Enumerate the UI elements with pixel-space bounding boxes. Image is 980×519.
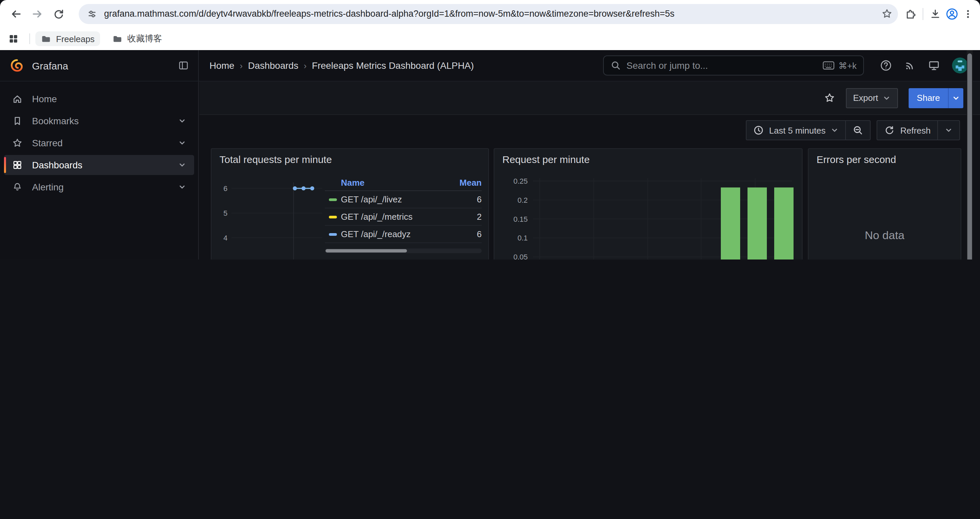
search-input[interactable]: Search or jump to... ⌘+k — [603, 56, 864, 75]
kiosk-monitor-icon[interactable] — [928, 59, 940, 72]
bookmark-item-blog[interactable]: 收藏博客 — [107, 31, 167, 47]
scrollbar-thumb[interactable] — [326, 249, 407, 252]
bookmark-item-freeleaps[interactable]: Freeleaps — [35, 31, 100, 46]
downloads-icon[interactable] — [929, 8, 941, 20]
svg-text:0.15: 0.15 — [513, 215, 528, 224]
legend-row[interactable]: GET /api/_/readyz 6 — [325, 226, 482, 243]
help-icon[interactable] — [880, 59, 892, 72]
sidebar-item-label: Starred — [32, 137, 63, 148]
panel-errors-per-second: Errors per second No data — [808, 148, 961, 260]
refresh-label: Refresh — [900, 125, 931, 135]
series-mean: 6 — [448, 229, 482, 239]
site-info-icon[interactable] — [87, 8, 97, 19]
rss-icon[interactable] — [904, 59, 916, 72]
chevron-down-icon[interactable] — [178, 139, 186, 147]
profile-icon[interactable] — [945, 7, 959, 21]
chevron-down-icon[interactable] — [178, 117, 186, 125]
chevron-down-icon — [883, 94, 891, 102]
refresh-group: Refresh — [877, 120, 960, 140]
chevron-down-icon — [952, 94, 960, 102]
time-range-picker[interactable]: Last 5 minutes — [746, 121, 846, 140]
sidebar-item-starred[interactable]: Starred — [4, 133, 194, 153]
series-color-swatch — [329, 198, 337, 201]
refresh-icon — [884, 125, 895, 136]
zoom-out-button[interactable] — [846, 121, 870, 140]
dashboards-grid-icon — [12, 160, 23, 170]
page-scrollbar[interactable] — [967, 50, 973, 260]
panel-title[interactable]: Errors per second — [808, 149, 961, 165]
search-placeholder: Search or jump to... — [627, 60, 708, 71]
refresh-interval-button[interactable] — [937, 121, 959, 140]
legend-col-mean[interactable]: Mean — [448, 177, 482, 187]
chevron-down-icon[interactable] — [178, 183, 186, 191]
grafana-logo[interactable] — [10, 58, 24, 73]
keyboard-icon — [822, 61, 835, 70]
chevron-down-icon — [831, 126, 839, 134]
legend-col-name[interactable]: Name — [341, 177, 448, 187]
bookmark-star-icon[interactable] — [881, 8, 892, 19]
header-left: Grafana — [0, 50, 199, 81]
scrollbar-thumb[interactable] — [967, 53, 972, 260]
legend-hscrollbar[interactable] — [325, 249, 482, 253]
toolbar-divider — [923, 8, 923, 20]
sidebar-item-dashboards[interactable]: Dashboards — [4, 155, 194, 175]
header-main: Home › Dashboards › Freeleaps Metrics Da… — [199, 50, 980, 81]
refresh-button[interactable]: Refresh — [878, 121, 937, 140]
breadcrumb-home[interactable]: Home — [210, 60, 234, 71]
back-button[interactable] — [7, 4, 25, 23]
collapse-pane-icon[interactable] — [178, 60, 189, 71]
folder-icon — [112, 34, 123, 44]
reload-button[interactable] — [49, 4, 68, 23]
bookmark-label: 收藏博客 — [127, 33, 162, 45]
line-chart: 6543217:40 — [212, 165, 325, 260]
svg-text:0.25: 0.25 — [513, 177, 528, 185]
series-name: GET /api/_/metrics — [341, 212, 448, 222]
svg-text:0.1: 0.1 — [517, 234, 528, 242]
url-text[interactable]: grafana.mathmast.com/d/deytv4rwavabkb/fr… — [104, 9, 881, 19]
svg-text:4: 4 — [223, 234, 228, 242]
series-mean: 2 — [448, 212, 482, 222]
legend-row[interactable]: GET /api/_/metrics 2 — [325, 208, 482, 226]
back-icon — [10, 8, 22, 20]
breadcrumb-separator: › — [240, 61, 243, 70]
favorite-star-icon[interactable] — [824, 92, 835, 104]
share-label: Share — [917, 93, 940, 103]
svg-text:5: 5 — [223, 209, 228, 217]
bookmark-icon — [12, 115, 23, 126]
url-bar[interactable]: grafana.mathmast.com/d/deytv4rwavabkb/fr… — [79, 4, 898, 24]
shortcut-text: ⌘+k — [838, 61, 857, 70]
bell-icon — [12, 182, 23, 192]
apps-grid-icon[interactable] — [8, 34, 19, 44]
series-mean: 6 — [448, 194, 482, 204]
share-button[interactable]: Share — [909, 88, 948, 108]
sidebar-item-label: Dashboards — [32, 160, 83, 170]
chevron-down-icon[interactable] — [178, 161, 186, 169]
breadcrumb-dashboards[interactable]: Dashboards — [248, 60, 298, 71]
browser-actions — [905, 7, 973, 21]
legend-row[interactable]: GET /api/_/livez 6 — [325, 191, 482, 208]
legend-table: Name Mean GET /api/_/livez 6 GET /api/_/… — [325, 174, 482, 260]
browser-menu-icon[interactable] — [963, 8, 973, 19]
sidebar-item-bookmarks[interactable]: Bookmarks — [4, 111, 194, 131]
forward-button[interactable] — [28, 4, 47, 23]
dashboard-toolbar: Export Share — [199, 81, 980, 115]
extensions-icon[interactable] — [905, 8, 916, 20]
svg-text:6: 6 — [223, 184, 228, 193]
chevron-down-icon — [945, 126, 953, 134]
share-menu-button[interactable] — [948, 88, 963, 108]
screenshot-root: grafana.mathmast.com/d/deytv4rwavabkb/fr… — [0, 0, 980, 260]
sidebar: Home Bookmarks Starred Dashboards Alerti… — [0, 81, 199, 260]
user-avatar[interactable] — [952, 57, 968, 73]
panel-title[interactable]: Request per minute — [494, 149, 802, 165]
sidebar-item-home[interactable]: Home — [4, 89, 194, 109]
brand-name: Grafana — [32, 60, 68, 71]
sidebar-item-label: Home — [32, 94, 57, 104]
home-icon — [12, 94, 23, 104]
svg-text:0.05: 0.05 — [513, 253, 528, 260]
grafana-app: Grafana Home › Dashboards › Freeleaps Me… — [0, 50, 980, 260]
series-color-swatch — [329, 233, 337, 235]
reload-icon — [53, 8, 65, 20]
panel-title[interactable]: Total requests per minute — [212, 149, 488, 165]
sidebar-item-alerting[interactable]: Alerting — [4, 177, 194, 197]
export-button[interactable]: Export — [846, 88, 898, 108]
